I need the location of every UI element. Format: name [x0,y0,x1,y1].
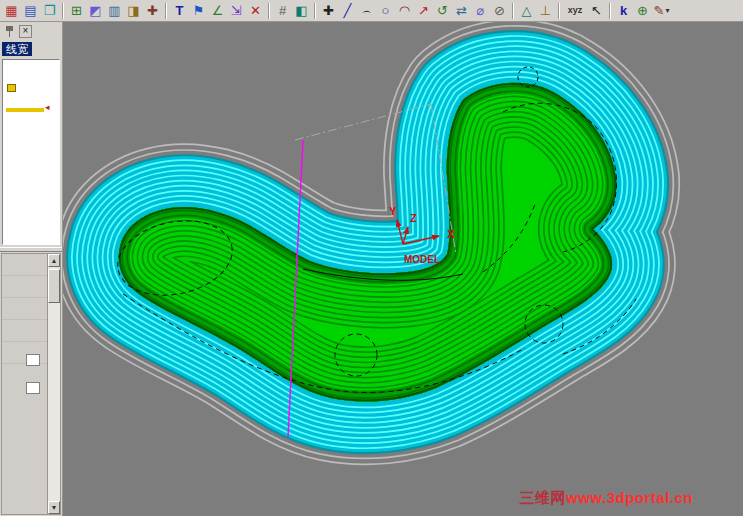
flag-icon: ⚑ [193,4,205,17]
toolbar-separator [609,3,611,19]
grid-snap-icon: # [279,4,286,17]
zoom-in-icon: ⊕ [637,4,648,17]
trim-tool-icon[interactable]: ⊘ [490,1,509,20]
main-toolbar: ▦▤❐⊞◩▥◨✚T⚑∠⇲✕#◧✚╱⌢○◠↗↺⇄⌀⊘△⊥xyz↖k⊕✎▾ [0,0,743,22]
sheet-grid-icon: ▦ [5,4,17,17]
vector-tool-icon[interactable]: ↗ [414,1,433,20]
graphics-viewport[interactable]: Y Z X MODEL 三维网www.3dportal.cn [63,22,743,516]
axis-label-model: MODEL [404,254,440,265]
mirror-tool-icon: ⇄ [456,4,467,17]
point-tool-icon[interactable]: ✚ [319,1,338,20]
circle-tool-icon[interactable]: ○ [376,1,395,20]
scrollbar-thumb[interactable] [48,269,60,303]
pan-icon[interactable]: ✚ [143,1,162,20]
flyout-arrow-icon[interactable]: ▾ [665,7,669,15]
flag-icon[interactable]: ⚑ [189,1,208,20]
workbook-icon: ▤ [24,4,36,17]
section-view-icon[interactable]: ◧ [292,1,311,20]
xyz-readout-icon[interactable]: xyz [563,1,587,20]
watermark-site: 三维网 [520,489,567,506]
half-shade-icon: ◨ [127,4,139,17]
arc-tool-icon[interactable]: ⌢ [357,1,376,20]
triangle-snap-icon[interactable]: △ [517,1,536,20]
sidebar-item-linewidth[interactable]: 线宽 [2,42,32,56]
zoom-in-icon[interactable]: ⊕ [633,1,652,20]
toolbar-separator [512,3,514,19]
delete-icon: ✕ [250,4,261,17]
sheet-grid-icon[interactable]: ▦ [2,1,21,20]
fit-extents-icon: ⇲ [231,4,242,17]
select-arrow-icon[interactable]: ↖ [587,1,606,20]
toolpath-model[interactable] [119,83,617,402]
half-shade-icon[interactable]: ◨ [124,1,143,20]
linewidth-preview-list[interactable]: ◂ [2,59,60,245]
left-panel: × 线宽 ◂ ▲ [0,22,63,516]
pushpin-icon[interactable] [4,25,15,38]
arc-tool-icon: ⌢ [362,4,371,17]
line-end-marker-icon: ◂ [45,102,50,112]
pen-flyout-icon[interactable]: ✎▾ [652,1,671,20]
text-tool-icon[interactable]: T [170,1,189,20]
value-cell[interactable] [26,354,40,366]
point-tool-icon: ✚ [323,4,334,17]
rotate-tool-icon[interactable]: ↺ [433,1,452,20]
sidebar-scrollbar[interactable]: ▲ ▼ [47,254,60,514]
axis-label-y: Y [389,205,397,217]
half-arc-tool-icon: ◠ [399,4,410,17]
yellow-swatch-icon[interactable] [7,84,16,92]
section-view-icon: ◧ [295,4,307,17]
panel-header: × [0,22,62,40]
triangle-snap-icon: △ [522,4,532,17]
angle-measure-icon[interactable]: ∠ [208,1,227,20]
k-style-icon: k [620,4,627,17]
wireframe-view-icon[interactable]: ▥ [105,1,124,20]
perpendicular-icon[interactable]: ⊥ [536,1,555,20]
shaded-view-icon[interactable]: ◩ [86,1,105,20]
angle-measure-icon: ∠ [212,4,224,17]
half-arc-tool-icon[interactable]: ◠ [395,1,414,20]
trim-tool-icon: ⊘ [494,4,505,17]
toolbar-separator [62,3,64,19]
toolbar-separator [268,3,270,19]
scroll-down-button[interactable]: ▼ [48,501,60,514]
properties-panel: ▲ ▼ [1,253,61,515]
toolbar-separator [314,3,316,19]
k-style-icon[interactable]: k [614,1,633,20]
shaded-view-icon: ◩ [89,4,101,17]
scroll-up-button[interactable]: ▲ [48,254,60,267]
panel-splitter[interactable] [0,247,62,252]
toolbar-separator [558,3,560,19]
main-area: × 线宽 ◂ ▲ [0,22,743,516]
axis-label-z: Z [410,212,417,224]
grid-snap-icon[interactable]: # [273,1,292,20]
model-canvas[interactable]: Y Z X MODEL [63,22,743,516]
line-tool-icon[interactable]: ╱ [338,1,357,20]
rotate-tool-icon: ↺ [437,4,448,17]
watermark: 三维网www.3dportal.cn [520,489,693,508]
mirror-tool-icon[interactable]: ⇄ [452,1,471,20]
select-arrow-icon: ↖ [591,4,602,17]
circle-tool-icon: ○ [382,4,390,17]
grid-view-icon: ⊞ [71,4,82,17]
diameter-tool-icon[interactable]: ⌀ [471,1,490,20]
xyz-readout-icon: xyz [568,6,583,15]
pan-icon: ✚ [147,4,158,17]
workbook-icon[interactable]: ▤ [21,1,40,20]
axis-label-x: X [447,228,455,240]
fit-extents-icon[interactable]: ⇲ [227,1,246,20]
linewidth-sample[interactable] [6,108,44,112]
watermark-url: www.3dportal.cn [566,489,693,506]
scrollbar-track[interactable] [48,267,60,501]
line-tool-icon: ╱ [344,4,352,17]
diameter-tool-icon: ⌀ [477,4,485,17]
vector-tool-icon: ↗ [418,4,429,17]
cascade-windows-icon[interactable]: ❐ [40,1,59,20]
cad-application-window: ▦▤❐⊞◩▥◨✚T⚑∠⇲✕#◧✚╱⌢○◠↗↺⇄⌀⊘△⊥xyz↖k⊕✎▾ × 线宽… [0,0,743,516]
perpendicular-icon: ⊥ [540,4,551,17]
value-cell[interactable] [26,382,40,394]
grid-view-icon[interactable]: ⊞ [67,1,86,20]
pen-flyout-icon: ✎ [654,4,665,17]
close-panel-button[interactable]: × [19,25,32,38]
text-tool-icon: T [176,4,184,17]
delete-icon[interactable]: ✕ [246,1,265,20]
